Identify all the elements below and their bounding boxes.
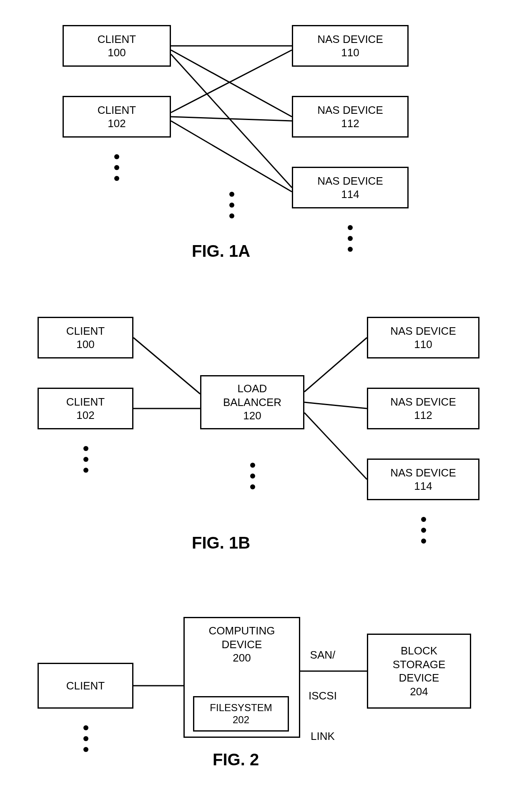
- box-title: NAS DEVICE: [390, 466, 456, 480]
- fig2-filesystem: FILESYSTEM 202: [193, 696, 289, 732]
- svg-line-3: [171, 50, 292, 113]
- svg-line-1: [171, 50, 292, 117]
- box-id: 102: [108, 117, 125, 130]
- box-id: 100: [108, 46, 125, 60]
- svg-line-6: [133, 338, 200, 394]
- ellipsis-icon: [83, 446, 88, 473]
- box-title: COMPUTING: [209, 624, 275, 638]
- ellipsis-icon: [421, 517, 426, 544]
- box-id: 112: [414, 409, 432, 422]
- box-title: FILESYSTEM: [210, 702, 272, 714]
- page: CLIENT 100 CLIENT 102 NAS DEVICE 110 NAS…: [0, 0, 517, 812]
- svg-line-5: [171, 121, 292, 192]
- box-title: CLIENT: [66, 395, 105, 409]
- fig1b-client-100: CLIENT 100: [38, 317, 133, 358]
- box-id: 110: [341, 46, 359, 60]
- fig1a-nas-110: NAS DEVICE 110: [292, 25, 409, 67]
- svg-line-10: [304, 413, 367, 479]
- box-title: CLIENT: [66, 324, 105, 338]
- svg-line-4: [171, 117, 292, 121]
- ellipsis-icon: [83, 725, 88, 752]
- box-id: 120: [243, 409, 261, 423]
- box-title: NAS DEVICE: [317, 33, 383, 46]
- fig2-client: CLIENT: [38, 663, 133, 709]
- box-id: 114: [341, 188, 359, 201]
- box-title: BLOCK: [401, 644, 437, 658]
- ellipsis-icon: [348, 225, 353, 252]
- svg-line-2: [171, 54, 292, 188]
- box-title3: DEVICE: [399, 671, 439, 685]
- fig1b-nas-114: NAS DEVICE 114: [367, 459, 479, 500]
- box-title: LOAD: [238, 382, 267, 396]
- svg-line-8: [304, 338, 367, 392]
- ellipsis-icon: [229, 192, 234, 218]
- fig1a-client-100: CLIENT 100: [63, 25, 171, 67]
- fig1b-nas-110: NAS DEVICE 110: [367, 317, 479, 358]
- box-id: 114: [414, 479, 432, 493]
- box-id: 110: [414, 338, 432, 351]
- fig2-block-storage: BLOCK STORAGE DEVICE 204: [367, 634, 471, 709]
- box-id: 100: [76, 338, 94, 351]
- box-title: NAS DEVICE: [390, 395, 456, 409]
- svg-line-9: [304, 402, 367, 409]
- fig1b-client-102: CLIENT 102: [38, 388, 133, 429]
- fig1a-nas-114: NAS DEVICE 114: [292, 167, 409, 208]
- box-id: 200: [233, 651, 251, 665]
- ellipsis-icon: [250, 463, 255, 489]
- box-title: CLIENT: [66, 679, 105, 693]
- link-line3: LINK: [309, 729, 337, 743]
- box-id: 102: [76, 409, 94, 422]
- fig1a-nas-112: NAS DEVICE 112: [292, 96, 409, 138]
- fig2-computing-device: COMPUTING DEVICE 200 FILESYSTEM 202: [183, 617, 300, 738]
- box-title: NAS DEVICE: [317, 103, 383, 117]
- link-line1: SAN/: [309, 648, 337, 662]
- box-title2: DEVICE: [222, 638, 262, 652]
- box-title: NAS DEVICE: [390, 324, 456, 338]
- link-line2: ISCSI: [309, 689, 337, 703]
- ellipsis-icon: [114, 154, 119, 181]
- box-title: CLIENT: [98, 103, 136, 117]
- fig1a-label: FIG. 1A: [192, 242, 250, 261]
- fig1b-label: FIG. 1B: [192, 534, 250, 552]
- box-id: 112: [341, 117, 359, 130]
- box-title2: STORAGE: [393, 658, 446, 672]
- box-title: CLIENT: [98, 33, 136, 46]
- box-id: 202: [233, 714, 249, 726]
- fig2-label: FIG. 2: [213, 750, 259, 769]
- fig2-link-label: SAN/ ISCSI LINK: [309, 621, 337, 770]
- box-title: NAS DEVICE: [317, 174, 383, 188]
- fig1b-nas-112: NAS DEVICE 112: [367, 388, 479, 429]
- box-id: 204: [410, 685, 428, 699]
- fig1a-client-102: CLIENT 102: [63, 96, 171, 138]
- box-title2: BALANCER: [223, 396, 281, 409]
- fig1b-load-balancer: LOAD BALANCER 120: [200, 375, 304, 429]
